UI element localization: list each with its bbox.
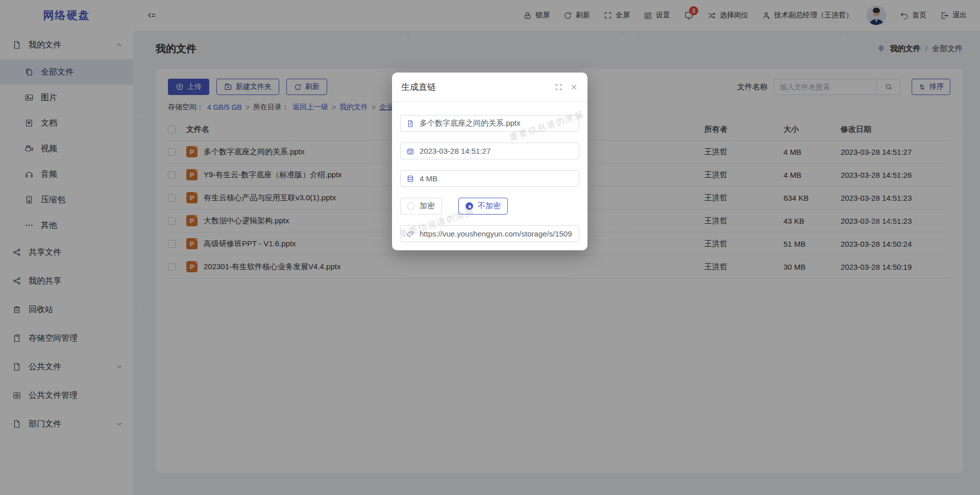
modal-header: 生成直链 bbox=[392, 73, 587, 102]
file-icon bbox=[406, 120, 414, 128]
calendar-icon bbox=[406, 147, 414, 155]
radio-unchecked-icon bbox=[407, 202, 415, 210]
file-name-field[interactable]: 多个数字底座之间的关系.pptx bbox=[400, 115, 579, 132]
modal-title: 生成直链 bbox=[401, 81, 436, 93]
file-size-value: 4 MB bbox=[420, 174, 437, 183]
generate-link-modal: 生成直链 多个数字底座之间的关系.pptx 2023-03-28 14:51:2… bbox=[392, 73, 587, 250]
radio-checked-icon bbox=[465, 202, 473, 210]
close-icon[interactable] bbox=[570, 83, 578, 91]
maximize-icon[interactable] bbox=[555, 83, 562, 91]
no-encrypt-label: 不加密 bbox=[478, 201, 501, 211]
no-encrypt-radio[interactable]: 不加密 bbox=[458, 198, 508, 215]
paperclip-icon bbox=[406, 230, 414, 238]
direct-link-field[interactable]: https://vue.youshengyun.com/storage/s/15… bbox=[400, 225, 579, 242]
database-icon bbox=[406, 175, 414, 183]
direct-link-value: https://vue.youshengyun.com/storage/s/15… bbox=[420, 229, 572, 238]
encryption-options: 加密 不加密 bbox=[400, 198, 579, 215]
encrypt-radio[interactable]: 加密 bbox=[400, 198, 442, 215]
file-name-value: 多个数字底座之间的关系.pptx bbox=[420, 119, 521, 128]
encrypt-label: 加密 bbox=[420, 201, 435, 211]
modal-body: 多个数字底座之间的关系.pptx 2023-03-28 14:51:27 4 M… bbox=[392, 102, 587, 242]
file-date-field[interactable]: 2023-03-28 14:51:27 bbox=[400, 143, 579, 159]
file-size-field[interactable]: 4 MB bbox=[400, 170, 579, 187]
file-date-value: 2023-03-28 14:51:27 bbox=[420, 147, 491, 155]
